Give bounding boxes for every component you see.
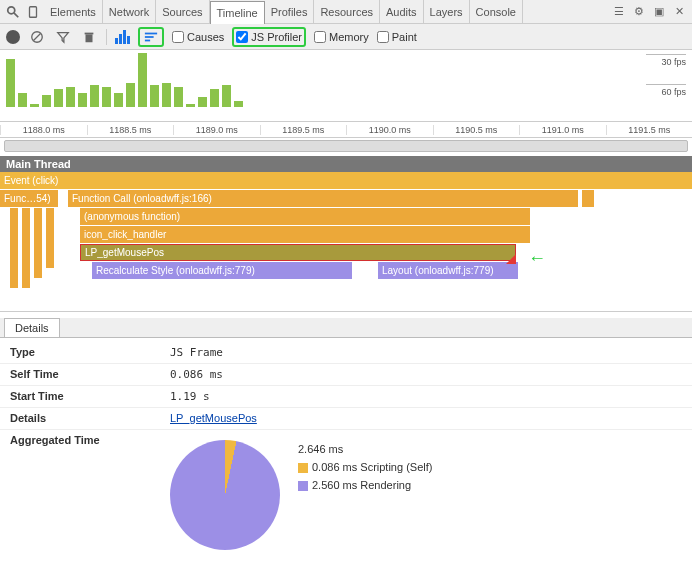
fps-30: 30 fps [646, 54, 686, 68]
svg-rect-2 [30, 6, 37, 17]
svg-line-4 [34, 33, 41, 40]
flame-layout[interactable]: Layout (onloadwff.js:779) [378, 262, 518, 279]
tab-layers[interactable]: Layers [424, 0, 470, 23]
pie-legend: 2.646 ms 0.086 ms Scripting (Self) 2.560… [298, 440, 432, 494]
legend-total: 2.646 ms [298, 440, 432, 458]
flamechart-icon[interactable] [142, 28, 160, 46]
annotation-arrow-icon: ← [528, 248, 546, 269]
ruler-tick: 1188.0 ms [0, 125, 87, 135]
svg-line-1 [14, 12, 18, 16]
aggregated-pie-chart[interactable] [170, 440, 280, 550]
close-icon[interactable]: ✕ [670, 3, 688, 21]
ruler-tick: 1191.5 ms [606, 125, 693, 135]
memory-checkbox[interactable]: Memory [314, 31, 369, 43]
svg-point-0 [8, 6, 15, 13]
tab-sources[interactable]: Sources [156, 0, 209, 23]
svg-marker-5 [58, 32, 69, 42]
flame-recalculate-style[interactable]: Recalculate Style (onloadwff.js:779) [92, 262, 352, 279]
legend-swatch-scripting [298, 463, 308, 473]
type-value: JS Frame [170, 346, 223, 359]
ruler-tick: 1191.0 ms [519, 125, 606, 135]
details-tabstrip: Details [0, 318, 692, 338]
jsprofiler-highlight: JS Profiler [232, 27, 306, 47]
jsprofiler-checkbox[interactable]: JS Profiler [236, 31, 302, 43]
causes-label: Causes [187, 31, 224, 43]
drawer-icon[interactable]: ☰ [610, 3, 628, 21]
panel-tabs: Elements Network Sources Timeline Profil… [44, 0, 608, 23]
device-icon[interactable] [24, 3, 42, 21]
starttime-value: 1.19 s [170, 390, 210, 403]
filter-icon[interactable] [54, 28, 72, 46]
selftime-value: 0.086 ms [170, 368, 223, 381]
flame-event-click[interactable]: Event (click) [0, 172, 692, 189]
thread-header: Main Thread [0, 156, 692, 172]
svg-rect-7 [85, 32, 94, 34]
ruler-tick: 1189.0 ms [173, 125, 260, 135]
dock-icon[interactable]: ▣ [650, 3, 668, 21]
search-icon[interactable] [4, 3, 22, 21]
flame-icon-handler[interactable]: icon_click_handler [80, 226, 530, 243]
details-link[interactable]: LP_getMousePos [170, 412, 257, 424]
details-panel: TypeJS Frame Self Time0.086 ms Start Tim… [0, 338, 692, 558]
tab-audits[interactable]: Audits [380, 0, 424, 23]
trash-icon[interactable] [80, 28, 98, 46]
tab-console[interactable]: Console [470, 0, 523, 23]
record-button[interactable] [6, 30, 20, 44]
legend-swatch-rendering [298, 481, 308, 491]
flame-chart[interactable]: Event (click) Func…54) Function Call (on… [0, 172, 692, 312]
ruler-tick: 1190.5 ms [433, 125, 520, 135]
ruler-tick: 1188.5 ms [87, 125, 174, 135]
svg-rect-8 [145, 32, 157, 34]
starttime-label: Start Time [10, 390, 170, 403]
selftime-label: Self Time [10, 368, 170, 381]
svg-rect-6 [86, 34, 93, 42]
memory-label: Memory [329, 31, 369, 43]
tab-profiles[interactable]: Profiles [265, 0, 315, 23]
gear-icon[interactable]: ⚙ [630, 3, 648, 21]
svg-rect-9 [145, 36, 154, 38]
flamechart-mode-highlight [138, 27, 164, 47]
clear-icon[interactable] [28, 28, 46, 46]
fps-labels: 30 fps 60 fps [646, 54, 686, 98]
flame-func54[interactable]: Func…54) [0, 190, 58, 207]
forced-layout-warning-icon[interactable] [506, 254, 516, 264]
flame-function-call[interactable]: Function Call (onloadwff.js:166) [68, 190, 578, 207]
tab-resources[interactable]: Resources [314, 0, 380, 23]
details-tab[interactable]: Details [4, 318, 60, 337]
ruler-tick: 1190.0 ms [346, 125, 433, 135]
jsprofiler-label: JS Profiler [251, 31, 302, 43]
ruler-tick: 1189.5 ms [260, 125, 347, 135]
details-label: Details [10, 412, 170, 425]
separator [106, 29, 107, 45]
causes-checkbox[interactable]: Causes [172, 31, 224, 43]
tab-timeline[interactable]: Timeline [210, 1, 265, 24]
devtools-toolbar: Elements Network Sources Timeline Profil… [0, 0, 692, 24]
type-label: Type [10, 346, 170, 359]
tab-network[interactable]: Network [103, 0, 156, 23]
aggtime-label: Aggregated Time [10, 434, 170, 550]
fps-60: 60 fps [646, 84, 686, 98]
paint-label: Paint [392, 31, 417, 43]
overview-scrollbar[interactable] [4, 140, 688, 152]
flame-fragment[interactable] [582, 190, 594, 207]
legend-rendering: 2.560 ms Rendering [312, 479, 411, 491]
flame-anonymous[interactable]: (anonymous function) [80, 208, 530, 225]
timeline-toolbar: Causes JS Profiler Memory Paint [0, 24, 692, 50]
legend-scripting: 0.086 ms Scripting (Self) [312, 461, 432, 473]
framechart-icon[interactable] [115, 30, 130, 44]
flame-side-stripes [10, 208, 54, 288]
tab-elements[interactable]: Elements [44, 0, 103, 23]
flame-lp-getmousepos[interactable]: LP_getMousePos [80, 244, 516, 261]
paint-checkbox[interactable]: Paint [377, 31, 417, 43]
svg-rect-10 [145, 39, 150, 41]
time-ruler[interactable]: 1188.0 ms 1188.5 ms 1189.0 ms 1189.5 ms … [0, 122, 692, 138]
overview-chart[interactable]: 30 fps 60 fps [0, 50, 692, 122]
